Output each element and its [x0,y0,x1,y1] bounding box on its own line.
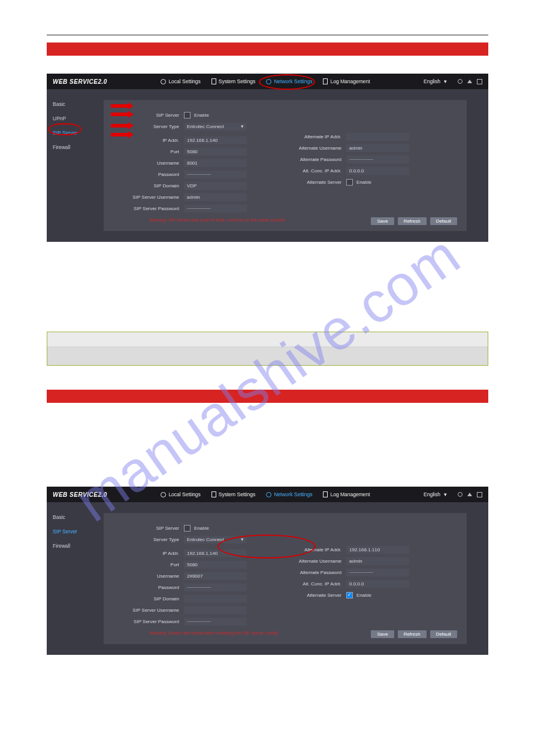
input-alt-conc-ip[interactable]: 0.0.0.0 [346,167,409,175]
top-horizontal-rule [47,35,488,35]
language-select[interactable]: English▾ [424,491,447,497]
language-label: English [424,78,440,84]
nav-system-settings[interactable]: System Settings [211,491,255,497]
label-alt-password: Alternate Password [277,570,346,575]
nav-local-settings[interactable]: Local Settings [161,491,200,497]
input-port[interactable]: 5080 [184,148,247,156]
home-icon[interactable] [467,493,472,496]
checkbox-alt-server-enable[interactable] [346,179,353,186]
sliders-icon [211,491,216,497]
default-button[interactable]: Default [430,217,457,225]
brand-logo: WEB SERVICE2.0 [53,491,107,498]
topbar-icons [458,492,482,497]
save-button[interactable]: Save [371,630,394,638]
label-port: Port [114,149,184,154]
select-server-type[interactable]: Entrotec Connect [184,536,247,544]
save-button[interactable]: Save [371,217,394,225]
checkbox-sip-server-enable[interactable] [184,525,191,532]
input-alt-password[interactable]: ·················· [346,569,409,576]
label-alt-password: Alternate Password [277,157,346,162]
sliders-icon [211,78,216,84]
gear-icon [161,79,166,84]
input-alt-ip[interactable]: 192.168.1.110 [346,546,409,554]
section-bar-2 [47,390,488,403]
home-icon[interactable] [467,80,472,83]
input-username[interactable]: 2#8007 [184,572,247,580]
user-icon[interactable] [458,492,463,497]
input-alt-ip[interactable] [346,133,409,141]
form-left-column: SIP Server Enable Server Type Entrotec C… [114,523,247,627]
sidebar-item-firewall[interactable]: Firewall [53,543,104,549]
nav-system-settings[interactable]: System Settings [211,78,255,84]
input-ip-addr[interactable]: 192.168.1.140 [184,549,247,557]
label-alt-ip: Alternate IP Addr. [277,134,346,139]
note-box [47,332,488,366]
note-header [47,332,488,347]
document-icon [323,491,328,497]
nav-log-management[interactable]: Log Management [323,491,370,497]
brand-logo: WEB SERVICE2.0 [53,78,107,85]
label-alt-conc-ip: Alt. Conc. IP Addr. [277,168,346,174]
label-password: Password [114,585,184,590]
label-sip-server-password: SIP Server Password [114,619,184,624]
logout-icon[interactable] [477,79,482,84]
screenshot-1: WEB SERVICE2.0 Local Settings System Set… [47,74,488,242]
nav-log-management[interactable]: Log Management [323,78,370,84]
input-sip-server-username[interactable]: admin [184,193,247,201]
default-button[interactable]: Default [430,630,457,638]
label-sip-server: SIP Server [114,526,184,531]
nav-network-settings[interactable]: Network Settings [266,491,312,497]
label-alt-username: Alternate Username [277,558,346,564]
sidebar-item-upnp[interactable]: UPnP [53,116,104,122]
nav-label: System Settings [219,78,255,84]
input-sip-server-username[interactable] [184,606,247,614]
label-sip-domain: SIP Domain [114,183,184,189]
nav-label: Network Settings [274,491,312,497]
input-port[interactable]: 5080 [184,561,247,569]
nav-label: Local Settings [168,78,200,84]
label-sip-server-password: SIP Server Password [114,206,184,211]
label-ip-addr: IP Addr. [114,138,184,143]
label-server-type: Server Type [114,537,184,542]
user-icon[interactable] [458,79,463,84]
gear-icon [161,492,166,497]
sidebar-item-basic[interactable]: Basic [53,101,104,107]
label-alt-username: Alternate Username [277,145,346,151]
logout-icon[interactable] [477,492,482,497]
language-select[interactable]: English▾ [424,78,447,84]
label-sip-server-username: SIP Server Username [114,195,184,200]
sidebar-item-basic[interactable]: Basic [53,514,104,520]
checkbox-alt-server-enable[interactable] [346,592,353,599]
input-password[interactable]: ·················· [184,171,247,178]
sidebar-item-firewall[interactable]: Firewall [53,144,104,150]
sidebar-item-sip-server[interactable]: SIP Server [53,130,104,136]
nav-network-settings[interactable]: Network Settings [266,78,312,84]
refresh-button[interactable]: Refresh [398,217,427,225]
refresh-button[interactable]: Refresh [398,630,427,638]
text-enable: Enable [193,113,209,118]
nav-label: Local Settings [168,491,200,497]
note-body [47,347,488,365]
label-password: Password [114,172,184,177]
input-sip-server-password[interactable]: ·················· [184,618,247,626]
input-alt-password[interactable]: ·················· [346,156,409,163]
nav-label: Network Settings [274,78,312,84]
input-alt-username[interactable]: admin [346,144,409,152]
sidebar-item-sip-server[interactable]: SIP Server [53,529,104,535]
input-sip-domain[interactable] [184,595,247,603]
checkbox-sip-server-enable[interactable] [184,112,191,119]
input-username[interactable]: 8001 [184,159,247,167]
content-panel: SIP Server Enable Server Type Entrotec C… [104,513,467,644]
select-server-type[interactable]: Entrotec Connect [184,123,247,130]
nav-local-settings[interactable]: Local Settings [161,78,200,84]
label-sip-server-username: SIP Server Username [114,608,184,613]
input-sip-server-password[interactable]: ·················· [184,205,247,212]
input-alt-username[interactable]: admin [346,557,409,565]
input-password[interactable]: ·················· [184,584,247,591]
label-sip-server: SIP Server [114,113,184,118]
form-left-column: SIP Server Enable Server Type Entrotec C… [114,110,247,214]
input-ip-addr[interactable]: 192.168.1.140 [184,136,247,144]
input-sip-domain[interactable]: VDP [184,182,247,190]
label-username: Username [114,160,184,166]
input-alt-conc-ip[interactable]: 0.0.0.0 [346,580,409,588]
